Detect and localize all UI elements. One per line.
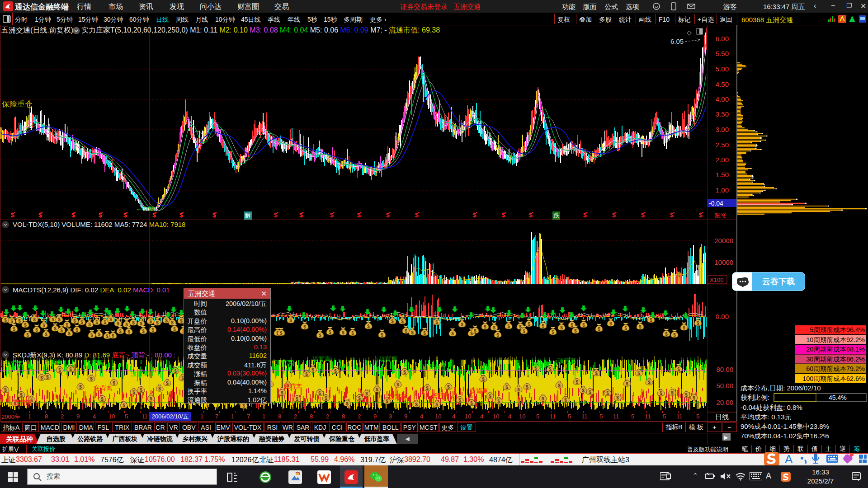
svg-text:60周期前成本79.2%: 60周期前成本79.2% (806, 365, 865, 372)
svg-text:底背离: 底背离 (283, 383, 302, 390)
svg-text:SKDJ新X(9,3) K: 80.89 D: 81.6: SKDJ新X(9,3) K: 80.89 D: 81.69 底背:- 顶背:- … (13, 351, 175, 359)
svg-text:2.00: 2.00 (716, 156, 729, 164)
svg-text:5.00: 5.00 (716, 65, 729, 73)
svg-text:30周期前成本86.2%: 30周期前成本86.2% (806, 356, 865, 363)
svg-text:获利比例:: 获利比例: (741, 394, 769, 401)
svg-text:▶: ▶ (724, 435, 728, 440)
svg-text:平均成本: 0.13元: 平均成本: 0.13元 (741, 413, 792, 421)
svg-text:20.00: 20.00 (716, 399, 733, 406)
svg-text:1.00: 1.00 (716, 186, 729, 194)
svg-text:A: A (785, 452, 793, 466)
svg-text:4.50: 4.50 (716, 80, 729, 88)
svg-text:底背离: 底背离 (388, 393, 407, 400)
svg-text:1.50: 1.50 (716, 171, 729, 178)
svg-text:45.4%: 45.4% (829, 394, 847, 401)
svg-text:20周期前成本88.1%: 20周期前成本88.1% (806, 346, 865, 353)
svg-text:顶背离: 顶背离 (5, 360, 24, 367)
svg-text:顶背离: 顶背离 (130, 370, 149, 377)
svg-text:5周期前成本96.4%: 5周期前成本96.4% (810, 326, 865, 333)
svg-text:保险重仓: 保险重仓 (2, 100, 33, 108)
svg-text:底背离: 底背离 (14, 399, 33, 406)
svg-text:5.50: 5.50 (716, 50, 729, 57)
svg-text:成本分布,日期: 2006/02/10: 成本分布,日期: 2006/02/10 (741, 384, 821, 392)
svg-text:VOL-TDX(5,10) VOLUME: 11602: VOL-TDX(5,10) VOLUME: 11602 MA5: 7724 MA… (13, 221, 185, 228)
svg-text:底背离: 底背离 (94, 385, 113, 392)
svg-text:账涨: 账涨 (714, 212, 726, 219)
svg-text:3.50: 3.50 (716, 110, 729, 118)
svg-text:底背离: 底背离 (469, 387, 488, 394)
svg-text:MACDTS(12,26,9) DIF: 0.02 DE: MACDTS(12,26,9) DIF: 0.02 DEA: 0.02 MACD… (13, 286, 170, 294)
svg-text:顶背离: 顶背离 (85, 359, 104, 366)
svg-text:底背离: 底背离 (431, 392, 450, 399)
svg-text:100周期前成本62.6%: 100周期前成本62.6% (802, 375, 865, 382)
svg-text:10周期前成本92.2%: 10周期前成本92.2% (806, 336, 865, 343)
svg-text:顶背离: 顶背离 (531, 361, 550, 368)
svg-text:顶背离: 顶背离 (422, 363, 441, 371)
svg-text:4.00: 4.00 (716, 95, 729, 103)
svg-text:日线: 日线 (715, 413, 729, 421)
svg-text:90%成本0.01-1.45集中23.8%: 90%成本0.01-1.45集中23.8% (741, 422, 829, 430)
svg-text:-0.04: -0.04 (709, 200, 723, 207)
svg-text:2.50: 2.50 (716, 141, 729, 149)
svg-text:-0.04处获利盘: 0.8%: -0.04处获利盘: 0.8% (741, 404, 802, 411)
svg-text:20000: 20000 (714, 237, 733, 244)
svg-text:70%成本0.04-1.02集中16.2%: 70%成本0.04-1.02集中16.2% (741, 432, 829, 440)
svg-text:0.00: 0.00 (716, 313, 729, 320)
svg-text:80.00: 80.00 (716, 366, 733, 373)
svg-text:6.05: 6.05 (670, 38, 684, 45)
svg-text:3.00: 3.00 (716, 126, 729, 133)
svg-text:10000: 10000 (714, 258, 733, 266)
svg-text:6.00: 6.00 (716, 35, 729, 42)
svg-text:50.00: 50.00 (716, 382, 733, 389)
svg-text:X100: X100 (710, 277, 723, 283)
